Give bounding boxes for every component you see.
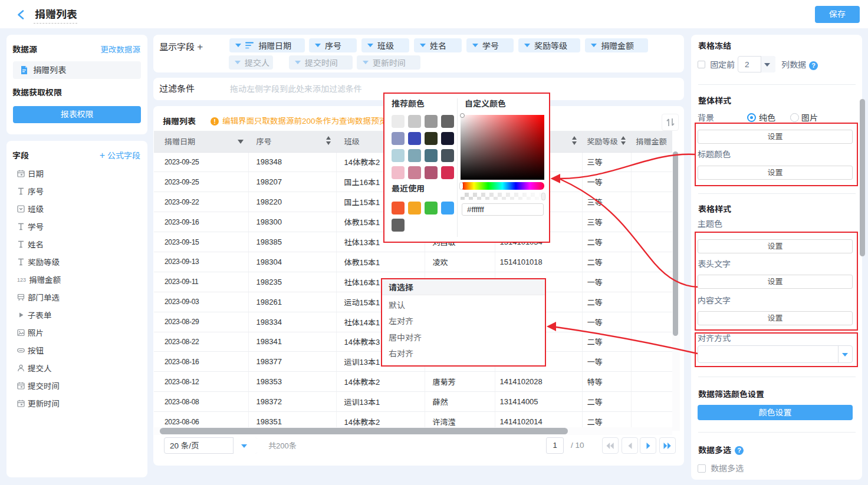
svg-text:123: 123 [17, 277, 26, 283]
